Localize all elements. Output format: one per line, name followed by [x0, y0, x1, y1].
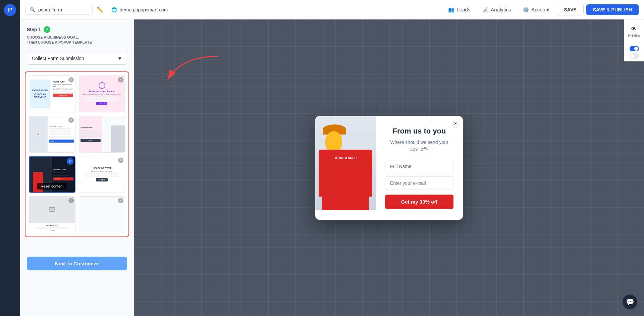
popup-fullname-input[interactable] — [385, 160, 453, 173]
close-icon: × — [118, 77, 123, 83]
toggle-off[interactable] — [630, 53, 639, 59]
popup-subtitle: Where should we send your 30% off? — [385, 139, 453, 153]
popup-person-image: TOMATO SOUP — [315, 116, 376, 210]
save-publish-button[interactable]: SAVE & PUBLISH — [586, 4, 639, 15]
search-icon: 🔍 — [30, 7, 36, 12]
goal-dropdown[interactable]: Collect Form Submission ▼ — [27, 52, 127, 65]
toggle-group — [627, 43, 642, 61]
step1-subtitle: CHOOSE A BUSINESS GOAL, THEN CHOOSE A PO… — [27, 35, 127, 45]
template-card-2[interactable]: × Don't miss the chance! Join our mailin… — [79, 75, 125, 112]
card2-field — [86, 97, 118, 99]
analytics-icon: 📈 — [482, 7, 489, 13]
close-icon: × — [118, 198, 123, 203]
step1-text: Step 1 — [27, 27, 41, 32]
selected-checkmark: ✓ — [67, 158, 73, 165]
users-icon: 👥 — [448, 7, 454, 13]
template-card-6[interactable]: × HEADLINE TEXT Write here something cat… — [79, 156, 125, 193]
logo-icon: P — [8, 7, 12, 14]
nav-account[interactable]: ⚙️ Account — [518, 4, 554, 15]
app-logo[interactable]: P — [4, 4, 16, 16]
main-canvas: × TOMATO SOUP From us to you Where shoul… — [134, 19, 644, 316]
template-card-5[interactable]: ✓ Summer Sale Get your discount SIGN UP … — [29, 156, 75, 193]
person-shirt: TOMATO SOUP — [319, 150, 372, 197]
dropdown-value: Collect Form Submission — [32, 56, 84, 61]
card2-title: Don't miss the chance! — [89, 90, 115, 93]
nav-leads[interactable]: 👥 Leads — [443, 4, 475, 15]
template-grid-container: × DON'T MISSUPDATESFROM US NEW STUFF Sig… — [25, 71, 129, 237]
card1-right: NEW STUFF Sign up for our newsletter and… — [52, 80, 74, 108]
popup-close-button[interactable]: × — [451, 119, 460, 127]
step1-label: Step 1 ✓ — [27, 26, 127, 33]
next-to-customize-button[interactable]: Next to Customize — [27, 257, 127, 270]
reset-content-button[interactable]: Reset content — [37, 183, 67, 190]
card6-field2 — [85, 175, 119, 177]
close-icon: × — [68, 198, 74, 203]
right-panel: 👁 Preview — [624, 19, 644, 61]
header-nav: 👥 Leads 📈 Analytics ⚙️ Account SAVE SAVE… — [443, 4, 639, 15]
step-sidebar: Step 1 ✓ CHOOSE A BUSINESS GOAL, THEN CH… — [20, 19, 134, 316]
nav-analytics[interactable]: 📈 Analytics — [478, 4, 516, 15]
url-bar: 🌐 demo.popupsmart.com — [107, 5, 172, 14]
person-head — [325, 131, 342, 151]
nav-account-label: Account — [531, 7, 549, 12]
template-grid-row3: × 🖼 Headline text Submit × — [29, 196, 125, 233]
shirt-text: TOMATO SOUP — [334, 156, 357, 160]
card2-sub: Join our mailing list and get 15% off yo… — [83, 93, 121, 95]
close-icon: × — [118, 158, 123, 163]
chevron-down-icon: ▼ — [117, 56, 122, 61]
template-card-1[interactable]: × DON'T MISSUPDATESFROM US NEW STUFF Sig… — [29, 75, 75, 112]
globe-icon: 🌐 — [111, 7, 117, 12]
step-nav — [20, 241, 134, 251]
template-grid: × DON'T MISSUPDATESFROM US NEW STUFF Sig… — [29, 75, 125, 153]
app-sidebar: P — [0, 0, 20, 316]
chat-icon: 💬 — [626, 298, 634, 306]
toggle-item-2 — [630, 53, 639, 59]
dropdown-wrap: Collect Form Submission ▼ — [20, 49, 134, 68]
popup-title: From us to you — [385, 127, 453, 136]
card6-title: HEADLINE TEXT — [93, 167, 111, 169]
save-button[interactable]: SAVE — [557, 4, 583, 15]
main-popup-preview: × TOMATO SOUP From us to you Where shoul… — [315, 116, 463, 220]
popup-email-input[interactable] — [385, 176, 453, 190]
toggle-item-1 — [630, 46, 639, 51]
card6-btn: SUBMIT — [96, 178, 108, 181]
chat-button[interactable]: 💬 — [623, 295, 637, 309]
eye-icon: 👁 — [631, 26, 637, 32]
template-grid-row2: ✓ Summer Sale Get your discount SIGN UP … — [29, 156, 125, 193]
arrow-svg — [161, 53, 228, 93]
card4-left: Sign up now! to our email list SUBMIT — [79, 116, 102, 152]
step1-checkmark: ✓ — [44, 26, 50, 33]
close-icon: × — [68, 117, 74, 123]
search-value: popup form — [38, 7, 62, 12]
card6-field — [85, 173, 119, 174]
card4-image — [102, 116, 125, 152]
toggle-on[interactable] — [630, 46, 639, 51]
card2-icon — [99, 82, 105, 89]
url-text: demo.popupsmart.com — [120, 7, 168, 12]
gear-icon: ⚙️ — [523, 7, 529, 13]
popup-content: From us to you Where should we send your… — [376, 116, 463, 220]
header: 🔍 popup form ✏️ 🌐 demo.popupsmart.com 👥 … — [20, 0, 644, 19]
preview-label: Preview — [628, 34, 640, 37]
card2-btn: GET IT! — [96, 102, 107, 105]
image-icon: 🖼 — [49, 206, 55, 214]
template-card-3[interactable]: × 🪑 Get a free sample... SUBMIT — [29, 116, 75, 153]
step-header: Step 1 ✓ CHOOSE A BUSINESS GOAL, THEN CH… — [20, 19, 134, 49]
popup-cta-button[interactable]: Get my 30% off — [385, 195, 453, 209]
nav-leads-label: Leads — [457, 7, 470, 12]
card6-sub: Write here something catchy — [91, 170, 112, 172]
close-icon: × — [68, 77, 74, 83]
template-card-7[interactable]: × 🖼 Headline text Submit — [29, 196, 75, 233]
search-bar[interactable]: 🔍 popup form — [25, 5, 93, 15]
preview-button[interactable]: 👁 Preview — [626, 23, 643, 40]
card2-field2 — [86, 99, 118, 101]
person-legs — [322, 195, 369, 210]
arrow-indicator — [161, 53, 228, 95]
nav-analytics-label: Analytics — [491, 7, 511, 12]
next-btn-wrap: Next to Customize — [20, 251, 134, 276]
card3-image: 🪑 — [29, 116, 48, 152]
card7-content: Headline text Submit — [29, 223, 75, 233]
template-card-8[interactable]: × — [79, 196, 125, 233]
edit-icon: ✏️ — [97, 6, 103, 13]
template-card-4[interactable]: × Sign up now! to our email list SUBMIT — [79, 116, 125, 153]
